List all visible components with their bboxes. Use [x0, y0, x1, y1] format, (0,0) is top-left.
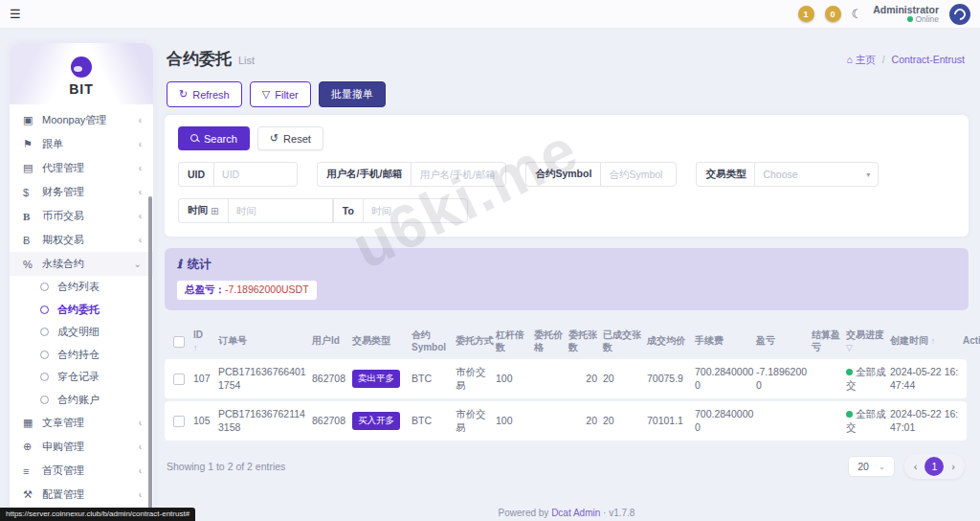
- message-bell-icon[interactable]: 0: [825, 6, 841, 22]
- sidebar-item-label: 财务管理: [42, 185, 139, 199]
- sidebar-item-trade-detail[interactable]: 成交明细: [10, 321, 153, 344]
- col-id[interactable]: ID↑: [193, 329, 216, 353]
- notification-bell-icon[interactable]: 1: [798, 6, 814, 22]
- sidebar-item-agent[interactable]: ▤ 代理管理 ‹: [10, 156, 153, 180]
- breadcrumb: ⌂ 主页 / Contract-Entrust: [847, 48, 965, 67]
- sidebar-item-subscription[interactable]: ⊕ 申购管理 ‹: [10, 435, 153, 459]
- sort-asc-icon[interactable]: ↑: [931, 336, 936, 346]
- sidebar-item-contract-entrust[interactable]: 合约委托: [10, 299, 153, 322]
- statistics-title: ℹ统计: [177, 257, 956, 273]
- cell-created: 2024-05-22 16:47:44: [890, 366, 961, 392]
- brand-logo[interactable]: BIT: [10, 43, 153, 104]
- time-from-input[interactable]: [228, 198, 333, 223]
- symbol-filter-group: 合约Symbol: [525, 162, 677, 187]
- orders-table: ID↑ 订单号 用户Id 交易类型 合约Symbol 委托方式 杠杆倍数 委托价…: [165, 322, 967, 479]
- user-info[interactable]: Administrator Online: [873, 4, 939, 25]
- sidebar-item-contract-account[interactable]: 合约账户: [10, 389, 153, 412]
- time-label-text: 时间: [188, 204, 208, 217]
- row-checkbox[interactable]: [173, 416, 185, 427]
- page-size-select[interactable]: 20 ⌄: [848, 456, 894, 477]
- refresh-icon: ↻: [179, 88, 188, 101]
- cell-user-id: 862708: [312, 373, 350, 386]
- user-label: 用户名/手机/邮箱: [317, 162, 411, 187]
- sort-asc-icon[interactable]: ↑: [193, 343, 198, 352]
- select-all-checkbox[interactable]: [173, 336, 185, 348]
- caret-down-icon: ⌄: [879, 463, 885, 471]
- reset-button[interactable]: ↺ Reset: [257, 126, 323, 150]
- batch-cancel-label: 批量撤单: [331, 87, 373, 102]
- cell-fee: 700.28400000: [695, 408, 754, 434]
- search-label: Search: [204, 133, 237, 145]
- sidebar-toggle-icon[interactable]: ☰: [10, 7, 21, 21]
- circle-icon: [40, 283, 49, 291]
- to-label: To: [333, 198, 363, 223]
- next-page-button[interactable]: ›: [949, 461, 957, 472]
- cell-user-id: 862708: [312, 415, 350, 428]
- uid-input[interactable]: [213, 162, 298, 187]
- user-filter-group: 用户名/手机/邮箱: [317, 162, 506, 187]
- sidebar-item-config[interactable]: ⚒ 配置管理 ‹: [10, 483, 153, 507]
- circle-icon: [40, 328, 49, 336]
- life-ring-icon: ⊕: [23, 441, 42, 453]
- col-progress[interactable]: 交易进度▽: [846, 329, 888, 353]
- sidebar-item-homepage[interactable]: ≡ 首页管理 ‹: [10, 459, 153, 483]
- dark-mode-toggle-icon[interactable]: ☾: [852, 7, 863, 21]
- cell-symbol: BTC: [412, 373, 454, 386]
- sidebar-item-perpetual[interactable]: % 永续合约 ⌄: [10, 252, 153, 276]
- filter-button[interactable]: ▽ Filter: [250, 81, 311, 107]
- reset-icon: ↺: [270, 132, 278, 145]
- sidebar-item-liquidation-record[interactable]: 穿仓记录: [10, 366, 153, 389]
- sidebar-item-label: 代理管理: [42, 161, 139, 175]
- chevron-left-icon: ‹: [139, 489, 142, 500]
- sidebar-item-contract-list[interactable]: 合约列表: [10, 276, 153, 299]
- cell-created: 2024-05-22 16:47:01: [890, 408, 961, 434]
- sidebar-item-moonpay[interactable]: ▣ Moonpay管理 ‹: [10, 108, 153, 132]
- avatar[interactable]: [949, 4, 970, 25]
- toolbar: ↻ Refresh ▽ Filter 批量撤单: [167, 81, 969, 107]
- batch-cancel-button[interactable]: 批量撤单: [319, 81, 386, 107]
- time-to-input[interactable]: [363, 198, 468, 223]
- page-header: 合约委托List ⌂ 主页 / Contract-Entrust: [165, 40, 969, 72]
- dcat-admin-link[interactable]: Dcat Admin: [551, 508, 600, 518]
- reset-label: Reset: [283, 133, 311, 145]
- main-content: 合约委托List ⌂ 主页 / Contract-Entrust ↻ Refre…: [165, 40, 969, 518]
- page-subtitle: List: [238, 55, 255, 66]
- total-pnl-value: -7.18962000USDT: [225, 283, 309, 295]
- column-filter-icon[interactable]: ▽: [846, 343, 853, 352]
- brand-logo-text: BIT: [10, 81, 153, 97]
- breadcrumb-home[interactable]: 主页: [856, 54, 876, 65]
- b-letter-icon: B: [23, 211, 42, 222]
- monitor-icon: ▣: [23, 114, 42, 126]
- trade-type-select[interactable]: Choose ▾: [754, 162, 879, 187]
- circle-icon: [40, 396, 49, 404]
- sidebar-scrollbar[interactable]: [148, 196, 152, 512]
- cell-avg-price: 70075.9: [647, 373, 693, 386]
- circle-icon: [40, 306, 49, 314]
- calendar-icon: ⊞: [211, 205, 219, 216]
- page-number-button[interactable]: 1: [924, 457, 944, 476]
- cell-pnl: -7.18962000: [756, 366, 810, 392]
- sidebar-subitem-label: 合约账户: [57, 393, 100, 407]
- user-input[interactable]: [411, 162, 506, 187]
- sidebar-item-options[interactable]: Ƀ 期权交易 ‹: [10, 228, 153, 252]
- sidebar-item-finance[interactable]: $ 财务管理 ‹: [10, 180, 153, 204]
- sidebar-item-copy-trade[interactable]: ⚑ 跟单 ‹: [10, 132, 153, 156]
- refresh-button[interactable]: ↻ Refresh: [167, 81, 242, 107]
- cell-leverage: 100: [496, 373, 532, 386]
- total-pnl-chip: 总盈亏：-7.18962000USDT: [177, 281, 317, 300]
- col-trade-type: 交易类型: [352, 335, 410, 348]
- top-navbar: ☰ 1 0 ☾ Administrator Online: [0, 0, 980, 29]
- sidebar-subitem-label: 合约持仓: [57, 348, 100, 362]
- col-settle-pnl: 结算盈亏: [812, 329, 844, 353]
- row-checkbox[interactable]: [173, 374, 185, 385]
- sidebar-item-spot-trade[interactable]: B 币币交易 ‹: [10, 204, 153, 228]
- cell-entrust-mode: 市价交易: [456, 408, 494, 434]
- prev-page-button[interactable]: ‹: [912, 461, 920, 472]
- sidebar-item-article[interactable]: ▦ 文章管理 ‹: [10, 411, 153, 435]
- search-button[interactable]: Search: [178, 126, 250, 150]
- brand-logo-icon: [71, 57, 92, 78]
- col-created[interactable]: 创建时间 ↑: [890, 335, 961, 348]
- symbol-input[interactable]: [600, 162, 677, 187]
- page-controls: ‹ 1 ›: [904, 454, 965, 479]
- sidebar-item-contract-position[interactable]: 合约持仓: [10, 344, 153, 367]
